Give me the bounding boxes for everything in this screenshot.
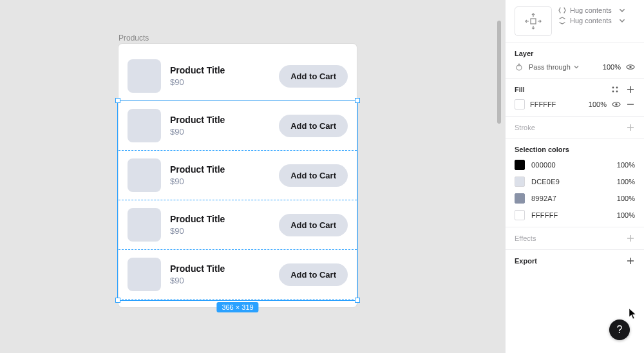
blend-mode-dropdown[interactable]: Pass through — [529, 63, 591, 71]
visibility-toggle-icon[interactable] — [626, 62, 635, 72]
resize-horizontal-label: Hug contents — [570, 6, 612, 14]
product-title: Product Title — [170, 115, 270, 126]
product-row[interactable]: Product Title $90 Add to Cart — [118, 101, 357, 151]
section-selection-colors: Selection colors 000000 100% DCE0E9 100%… — [506, 139, 644, 227]
chevron-down-icon — [618, 6, 626, 14]
add-to-cart-button[interactable]: Add to Cart — [279, 115, 348, 137]
svg-point-6 — [616, 91, 618, 93]
add-effect-icon[interactable] — [626, 234, 635, 243]
stroke-title: Stroke — [515, 124, 535, 131]
product-title: Product Title — [170, 263, 270, 274]
product-row[interactable]: Product Title $90 Add to Cart — [118, 151, 357, 200]
fill-visibility-icon[interactable] — [612, 100, 621, 109]
product-row[interactable]: Product Title $90 Add to Cart — [118, 200, 357, 250]
svg-point-5 — [612, 91, 614, 93]
product-thumbnail — [128, 59, 161, 93]
hug-vertical-icon — [558, 17, 566, 24]
svg-point-3 — [612, 87, 614, 89]
style-picker-icon[interactable] — [611, 85, 620, 94]
color-opacity: 100% — [611, 178, 635, 186]
product-title: Product Title — [170, 164, 270, 175]
section-stroke: Stroke — [506, 117, 644, 139]
resize-vertical-dropdown[interactable]: Hug contents — [558, 17, 635, 24]
help-button-label: ? — [617, 324, 623, 336]
layer-title: Layer — [515, 50, 635, 57]
color-opacity: 100% — [611, 211, 635, 219]
layer-opacity-input[interactable]: 100% — [596, 63, 621, 71]
canvas[interactable]: Products Product Title $90 Add to Cart P… — [0, 0, 505, 353]
fill-swatch[interactable] — [515, 99, 525, 110]
svg-rect-0 — [531, 19, 536, 24]
selection-color-row[interactable]: 8992A7 100% — [515, 193, 635, 204]
product-row[interactable]: Product Title $90 Add to Cart — [118, 250, 357, 300]
product-row[interactable]: Product Title $90 Add to Cart — [118, 52, 357, 101]
product-info: Product Title $90 — [170, 263, 270, 285]
add-to-cart-button[interactable]: Add to Cart — [279, 65, 348, 88]
color-swatch[interactable] — [515, 210, 525, 220]
fill-hex-input[interactable]: FFFFFF — [530, 100, 577, 108]
add-fill-icon[interactable] — [626, 85, 635, 94]
product-price: $90 — [170, 226, 270, 236]
section-layer: Layer Pass through 100% — [506, 43, 644, 79]
product-title: Product Title — [170, 214, 270, 225]
product-info: Product Title $90 — [170, 214, 270, 236]
section-auto-layout: Hug contents Hug contents — [506, 0, 644, 43]
add-to-cart-button[interactable]: Add to Cart — [279, 164, 348, 187]
inspector-panel: Hug contents Hug contents Layer Pass thr… — [505, 0, 644, 353]
product-info: Product Title $90 — [170, 65, 270, 87]
product-thumbnail — [128, 258, 161, 291]
section-export: Export — [506, 250, 644, 272]
product-thumbnail — [128, 109, 161, 142]
chevron-down-icon — [573, 64, 580, 70]
color-swatch[interactable] — [515, 160, 525, 170]
add-stroke-icon[interactable] — [626, 123, 635, 132]
product-price: $90 — [170, 176, 270, 186]
frame-products[interactable]: Product Title $90 Add to Cart Product Ti… — [118, 44, 357, 307]
product-price: $90 — [170, 77, 270, 87]
product-thumbnail — [128, 158, 161, 192]
add-to-cart-button[interactable]: Add to Cart — [279, 263, 348, 286]
fill-opacity-input[interactable]: 100% — [582, 100, 607, 108]
alignment-box[interactable] — [515, 6, 552, 36]
color-swatch[interactable] — [515, 176, 525, 187]
svg-point-2 — [629, 66, 632, 68]
blend-mode-icon — [515, 62, 524, 72]
chevron-down-icon — [618, 17, 626, 24]
selection-color-row[interactable]: FFFFFF 100% — [515, 210, 635, 220]
hug-horizontal-icon — [558, 6, 566, 14]
add-to-cart-button[interactable]: Add to Cart — [279, 214, 348, 236]
selection-color-row[interactable]: 000000 100% — [515, 160, 635, 170]
effects-title: Effects — [515, 234, 536, 242]
product-info: Product Title $90 — [170, 164, 270, 186]
product-thumbnail — [128, 208, 161, 242]
selection-box[interactable]: Product Title $90 Add to Cart Product Ti… — [118, 101, 357, 300]
resize-horizontal-dropdown[interactable]: Hug contents — [558, 6, 635, 14]
color-hex: DCE0E9 — [531, 178, 604, 186]
color-opacity: 100% — [611, 195, 635, 202]
color-hex: 000000 — [531, 161, 604, 169]
color-hex: FFFFFF — [531, 211, 604, 219]
color-swatch[interactable] — [515, 193, 525, 204]
canvas-scrollbar[interactable] — [497, 21, 501, 124]
color-opacity: 100% — [611, 161, 635, 169]
color-hex: 8992A7 — [531, 195, 604, 202]
resize-vertical-label: Hug contents — [570, 17, 612, 24]
product-price: $90 — [170, 276, 270, 285]
export-title: Export — [515, 257, 537, 265]
product-title: Product Title — [170, 65, 270, 76]
frame-label[interactable]: Products — [118, 33, 149, 43]
selection-colors-title: Selection colors — [515, 146, 635, 153]
selection-size-badge: 366 × 319 — [216, 302, 258, 312]
blend-mode-label: Pass through — [529, 63, 571, 71]
add-export-icon[interactable] — [626, 256, 635, 265]
product-info: Product Title $90 — [170, 115, 270, 137]
svg-point-7 — [615, 103, 618, 106]
selection-color-row[interactable]: DCE0E9 100% — [515, 176, 635, 187]
alignment-box-icon — [523, 11, 544, 32]
fill-title: Fill — [515, 86, 525, 93]
svg-point-4 — [616, 87, 618, 89]
product-price: $90 — [170, 127, 270, 137]
help-button[interactable]: ? — [609, 320, 630, 340]
section-fill: Fill FFFFFF 100% — [506, 79, 644, 117]
remove-fill-icon[interactable] — [626, 100, 635, 109]
